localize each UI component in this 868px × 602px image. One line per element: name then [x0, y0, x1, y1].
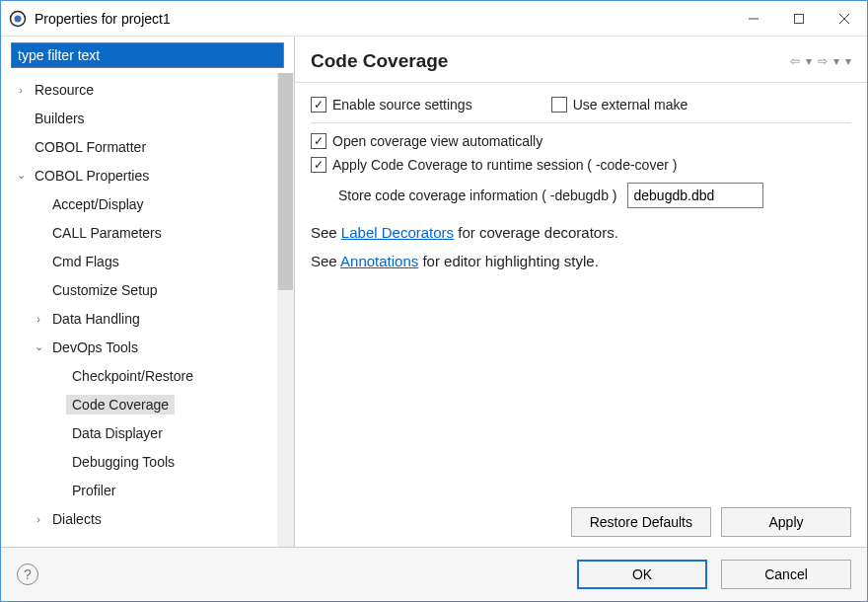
- tree-item-label: Cmd Flags: [46, 252, 125, 271]
- tree-scrollbar[interactable]: [277, 73, 294, 547]
- svg-rect-3: [795, 14, 804, 23]
- debugdb-field[interactable]: [627, 183, 763, 208]
- tree-item-label: Customize Setup: [46, 280, 164, 300]
- tree-item[interactable]: ›Accept/Display: [1, 189, 294, 218]
- tree-item[interactable]: ›Cmd Flags: [1, 247, 294, 275]
- checkbox-icon: [311, 133, 326, 149]
- restore-defaults-button[interactable]: Restore Defaults: [571, 507, 711, 537]
- svg-point-1: [15, 15, 22, 22]
- use-external-make-checkbox[interactable]: Use external make: [551, 97, 688, 113]
- properties-dialog: Properties for project1 ›Resource›Builde…: [0, 0, 868, 602]
- help-icon[interactable]: ?: [17, 564, 38, 585]
- tree-item[interactable]: ›Resource: [1, 75, 294, 104]
- apply-button[interactable]: Apply: [721, 507, 851, 537]
- chevron-down-icon[interactable]: ⌄: [13, 169, 29, 182]
- page-header: Code Coverage ⇦ ▾ ⇨ ▾ ▾: [295, 37, 867, 83]
- chevron-down-icon[interactable]: ⌄: [31, 340, 46, 353]
- label-decorators-link[interactable]: Label Decorators: [341, 224, 454, 241]
- tree-item-label: Debugging Tools: [66, 452, 181, 472]
- chevron-right-icon[interactable]: ›: [31, 313, 46, 325]
- titlebar: Properties for project1: [1, 1, 867, 37]
- close-button[interactable]: [822, 1, 867, 36]
- tree-item-label: Data Handling: [46, 309, 146, 329]
- window-buttons: [731, 1, 867, 36]
- open-coverage-view-checkbox[interactable]: Open coverage view automatically: [311, 133, 542, 149]
- page-buttons: Restore Defaults Apply: [295, 497, 867, 547]
- window-title: Properties for project1: [35, 11, 731, 27]
- tree-item-label: Accept/Display: [46, 194, 150, 214]
- page-title: Code Coverage: [311, 50, 448, 72]
- ok-button[interactable]: OK: [577, 560, 707, 589]
- nav-menu-icon[interactable]: ▾: [845, 54, 851, 68]
- tree-item[interactable]: ›Checkpoint/Restore: [1, 361, 294, 390]
- checkbox-label: Open coverage view automatically: [332, 133, 542, 149]
- tree-item[interactable]: ⌄DevOps Tools: [1, 333, 294, 361]
- tree-item[interactable]: ›COBOL Formatter: [1, 132, 294, 161]
- tree-item-label: Resource: [29, 80, 100, 100]
- tree-item-label: CALL Parameters: [46, 223, 168, 243]
- see-label-decorators: See Label Decorators for coverage decora…: [311, 218, 851, 247]
- nav-forward-icon[interactable]: ⇨: [818, 54, 828, 68]
- scroll-thumb[interactable]: [278, 73, 293, 290]
- nav-back-icon[interactable]: ⇦: [790, 54, 800, 68]
- tree-item[interactable]: ⌄COBOL Properties: [1, 161, 294, 189]
- nav-back-menu-icon[interactable]: ▾: [806, 54, 812, 68]
- property-tree[interactable]: ›Resource›Builders›COBOL Formatter⌄COBOL…: [1, 73, 294, 547]
- checkbox-label: Apply Code Coverage to runtime session (…: [332, 157, 677, 173]
- app-icon: [9, 10, 27, 28]
- tree-item[interactable]: ›Dialects: [1, 504, 294, 533]
- tree-item-label: COBOL Formatter: [29, 137, 152, 157]
- checkbox-label: Enable source settings: [332, 97, 472, 113]
- store-label: Store code coverage information ( -debug…: [338, 188, 617, 203]
- apply-runtime-checkbox[interactable]: Apply Code Coverage to runtime session (…: [311, 157, 677, 173]
- dialog-body: ›Resource›Builders›COBOL Formatter⌄COBOL…: [1, 37, 867, 547]
- checkbox-label: Use external make: [573, 97, 688, 113]
- tree-item-label: Data Displayer: [66, 423, 169, 443]
- left-pane: ›Resource›Builders›COBOL Formatter⌄COBOL…: [1, 37, 295, 547]
- see-annotations: See Annotations for editor highlighting …: [311, 247, 851, 275]
- tree-container: ›Resource›Builders›COBOL Formatter⌄COBOL…: [1, 73, 294, 547]
- checkbox-icon: [311, 97, 326, 113]
- tree-item[interactable]: ›Customize Setup: [1, 275, 294, 304]
- page-content: Enable source settings Use external make…: [295, 83, 867, 497]
- tree-item-label: Builders: [29, 109, 91, 128]
- enable-source-checkbox[interactable]: Enable source settings: [311, 97, 472, 113]
- tree-item[interactable]: ›Code Coverage: [1, 390, 294, 418]
- maximize-button[interactable]: [776, 1, 822, 36]
- chevron-right-icon[interactable]: ›: [31, 513, 46, 525]
- minimize-button[interactable]: [731, 1, 776, 36]
- tree-item[interactable]: ›CALL Parameters: [1, 218, 294, 247]
- right-pane: Code Coverage ⇦ ▾ ⇨ ▾ ▾ Enable source se…: [295, 37, 867, 547]
- tree-item[interactable]: ›Data Handling: [1, 304, 294, 333]
- tree-item[interactable]: ›Data Displayer: [1, 418, 294, 447]
- tree-item-label: Dialects: [46, 509, 108, 529]
- tree-item[interactable]: ›Builders: [1, 104, 294, 132]
- checkbox-icon: [551, 97, 567, 113]
- tree-item-label: Profiler: [66, 481, 121, 500]
- chevron-right-icon[interactable]: ›: [13, 84, 29, 96]
- tree-item-label: Code Coverage: [66, 395, 175, 414]
- annotations-link[interactable]: Annotations: [340, 253, 418, 269]
- bottom-bar: ? OK Cancel: [1, 547, 867, 601]
- cancel-button[interactable]: Cancel: [721, 560, 851, 589]
- tree-item-label: COBOL Properties: [29, 166, 155, 186]
- nav-arrows: ⇦ ▾ ⇨ ▾ ▾: [790, 54, 851, 68]
- tree-item-label: Checkpoint/Restore: [66, 366, 199, 386]
- checkbox-icon: [311, 157, 326, 173]
- filter-input[interactable]: [11, 42, 284, 68]
- tree-item-label: DevOps Tools: [46, 338, 144, 357]
- tree-item[interactable]: ›Profiler: [1, 476, 294, 504]
- nav-forward-menu-icon[interactable]: ▾: [833, 54, 839, 68]
- tree-item[interactable]: ›Debugging Tools: [1, 447, 294, 476]
